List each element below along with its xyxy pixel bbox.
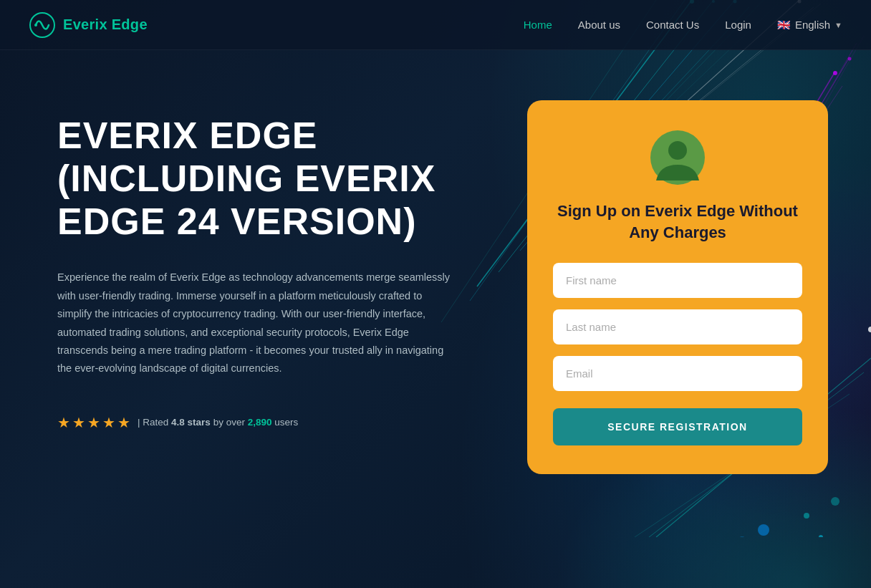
svg-point-36 xyxy=(668,141,687,160)
last-name-input[interactable] xyxy=(553,309,802,344)
nav-link-login[interactable]: Login xyxy=(725,19,751,31)
first-name-input[interactable] xyxy=(553,263,802,298)
svg-point-34 xyxy=(34,24,37,26)
nav-links: Home About us Contact Us Login 🇬🇧 Englis… xyxy=(524,19,842,32)
brand-name: Everix Edge xyxy=(63,16,148,33)
register-button[interactable]: SECURE REGISTRATION xyxy=(553,408,802,445)
email-input[interactable] xyxy=(553,356,802,391)
signup-title: Sign Up on Everix Edge Without Any Charg… xyxy=(553,201,802,243)
star-1: ★ xyxy=(57,414,70,431)
star-5: ★ xyxy=(117,414,130,431)
nav-link-home[interactable]: Home xyxy=(524,19,552,31)
brand: Everix Edge xyxy=(29,11,148,39)
hero-title: EVERIX EDGE (INCLUDING EVERIX EDGE 24 VE… xyxy=(57,115,473,243)
hero-section: EVERIX EDGE (INCLUDING EVERIX EDGE 24 VE… xyxy=(57,107,473,431)
star-3: ★ xyxy=(87,414,100,431)
hero-description: Experience the realm of Everix Edge as t… xyxy=(57,269,458,377)
star-2: ★ xyxy=(72,414,85,431)
nav-link-about[interactable]: About us xyxy=(578,19,620,31)
rating-text: | Rated 4.8 stars by over 2,890 users xyxy=(138,417,298,428)
flag-icon: 🇬🇧 xyxy=(777,19,791,32)
brand-logo-icon xyxy=(29,11,56,39)
avatar-icon xyxy=(649,129,706,186)
language-label: English xyxy=(795,19,830,31)
rating-count: 2,890 xyxy=(248,417,272,428)
email-group xyxy=(553,356,802,391)
navbar: Everix Edge Home About us Contact Us Log… xyxy=(0,0,871,50)
last-name-group xyxy=(553,309,802,344)
star-4: ★ xyxy=(102,414,115,431)
rating-bar: ★ ★ ★ ★ ★ | Rated 4.8 stars by over 2,89… xyxy=(57,414,473,431)
chevron-down-icon: ▼ xyxy=(834,21,842,29)
language-selector[interactable]: 🇬🇧 English ▼ xyxy=(777,19,842,32)
nav-link-contact[interactable]: Contact Us xyxy=(646,19,699,31)
first-name-group xyxy=(553,263,802,298)
star-rating: ★ ★ ★ ★ ★ xyxy=(57,414,130,431)
signup-card: Sign Up on Everix Edge Without Any Charg… xyxy=(527,100,828,474)
main-content: EVERIX EDGE (INCLUDING EVERIX EDGE 24 VE… xyxy=(0,50,871,588)
